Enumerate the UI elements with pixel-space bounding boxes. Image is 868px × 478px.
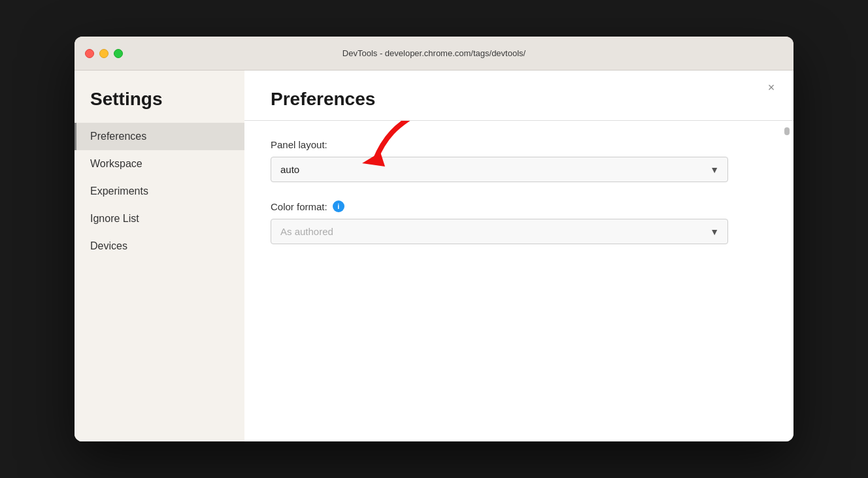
page-title: Preferences	[244, 89, 793, 120]
color-format-info-icon[interactable]: i	[333, 200, 344, 212]
sidebar-item-devices[interactable]: Devices	[75, 232, 244, 260]
color-format-group: Color format: i	[271, 200, 767, 244]
browser-window: DevTools - developer.chrome.com/tags/dev…	[75, 37, 793, 441]
panel-layout-label: Panel layout:	[271, 139, 767, 150]
sidebar-item-experiments[interactable]: Experiments	[75, 178, 244, 205]
panel-layout-select[interactable]: auto horizontal vertical	[271, 157, 728, 182]
main-content: × Preferences Panel layout: auto horizon…	[244, 71, 793, 441]
sidebar-heading: Settings	[75, 89, 244, 123]
minimize-window-button[interactable]	[99, 49, 108, 58]
color-format-select-wrapper: As authored HEX RGB HSL ▼	[271, 219, 728, 244]
content-scroll-area[interactable]: Panel layout: auto horizontal vertical ▼…	[244, 121, 793, 441]
sidebar-item-ignore-list[interactable]: Ignore List	[75, 205, 244, 232]
title-bar: DevTools - developer.chrome.com/tags/dev…	[75, 37, 793, 71]
panel-layout-select-wrapper: auto horizontal vertical ▼	[271, 157, 728, 182]
sidebar-item-workspace[interactable]: Workspace	[75, 150, 244, 178]
sidebar-item-preferences[interactable]: Preferences	[75, 123, 244, 150]
close-window-button[interactable]	[85, 49, 94, 58]
traffic-lights	[85, 49, 123, 58]
sidebar: Settings Preferences Workspace Experimen…	[75, 71, 244, 441]
scrollbar-thumb	[784, 127, 790, 135]
nav-list: Preferences Workspace Experiments Ignore…	[75, 123, 244, 260]
window-title: DevTools - developer.chrome.com/tags/dev…	[342, 48, 526, 58]
panel-layout-group: Panel layout: auto horizontal vertical ▼	[271, 139, 767, 182]
color-format-select[interactable]: As authored HEX RGB HSL	[271, 219, 728, 244]
window-content: Settings Preferences Workspace Experimen…	[75, 71, 793, 441]
close-settings-button[interactable]: ×	[762, 78, 780, 97]
color-format-label: Color format: i	[271, 200, 767, 212]
maximize-window-button[interactable]	[114, 49, 123, 58]
